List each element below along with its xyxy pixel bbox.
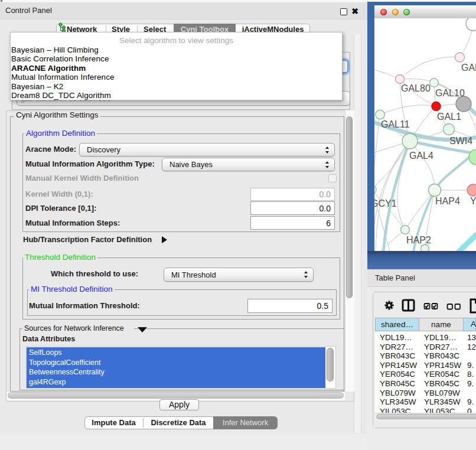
svg-text:GAL10: GAL10 xyxy=(435,88,465,98)
svg-text:GCY1: GCY1 xyxy=(374,198,397,208)
svg-text:Y: Y xyxy=(470,196,476,206)
svg-text:GAL11: GAL11 xyxy=(381,119,410,129)
svg-text:HAP2: HAP2 xyxy=(406,235,431,245)
svg-text:GAL1: GAL1 xyxy=(437,112,461,122)
svg-text:GAL4: GAL4 xyxy=(409,151,433,161)
svg-text:HAP4: HAP4 xyxy=(435,196,460,206)
svg-text:SWI4: SWI4 xyxy=(449,136,472,146)
svg-text:GAL: GAL xyxy=(461,63,476,73)
svg-text:GAL80: GAL80 xyxy=(401,83,431,93)
